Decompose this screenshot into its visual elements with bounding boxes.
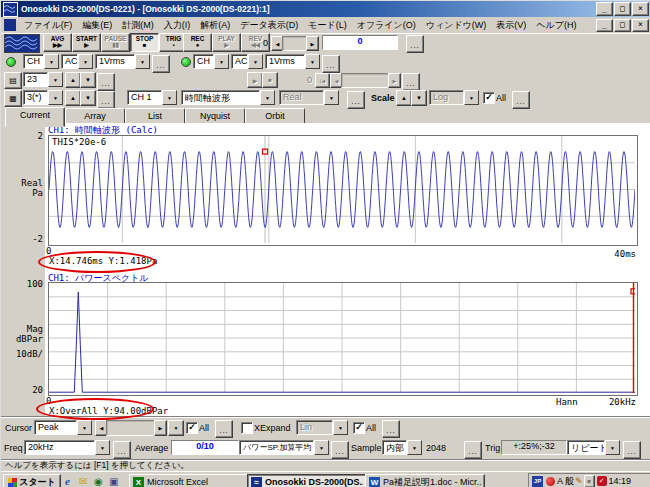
block-slider[interactable] (341, 73, 390, 88)
memory-up-button[interactable]: ▲ (65, 90, 81, 106)
child-minimize-button[interactable]: _ (596, 19, 613, 32)
quicklaunch-ie-icon[interactable]: e (65, 475, 70, 487)
block-stop-button[interactable]: ■ (262, 72, 278, 88)
menu-item-3[interactable]: 入力(I) (159, 18, 196, 33)
avg-counter-label: 0 (263, 38, 268, 48)
trig-more-button[interactable]: ... (623, 441, 641, 459)
tray-ime-lang-icon[interactable]: JP (532, 476, 543, 487)
xexpand-checkbox[interactable] (241, 422, 253, 434)
child-window-icon (4, 19, 16, 31)
cursor-slider[interactable] (106, 420, 156, 436)
sample-more-button[interactable]: ... (464, 441, 482, 459)
ch1-range-select[interactable]: 1Vrms▼ (95, 54, 150, 69)
avg-more-button[interactable]: ... (406, 35, 424, 53)
xexpand-more-button[interactable]: ... (382, 420, 400, 438)
play-button[interactable]: PLAY▶ (212, 33, 241, 52)
menu-item-5[interactable]: データ表示(D) (235, 18, 303, 33)
quicklaunch-mail-icon[interactable]: ✉ (79, 476, 87, 487)
menu-item-10[interactable]: ヘルプ(H) (531, 18, 581, 33)
block-right-arrow[interactable]: ▶ (388, 73, 401, 88)
close-button[interactable]: × (632, 2, 649, 16)
cursor-right-arrow[interactable]: ▶ (154, 420, 167, 436)
block-number-select[interactable]: 23▼ (23, 72, 63, 87)
memory-select[interactable]: 3(*)▼ (23, 90, 63, 105)
child-restore-button[interactable]: □ (614, 19, 631, 32)
chart-client-area: CH1: 時間軸波形 (Calc) THIS*20e-6 2 -2 Real P… (1, 123, 650, 416)
tab-current[interactable]: Current (5, 107, 65, 127)
task-button-2[interactable]: WPa補足説明1.doc - Micr... (365, 474, 485, 487)
chart2-ymax-label: 100 (1, 279, 43, 289)
tray-pen-icon[interactable]: ✎ (575, 476, 583, 486)
cursor-more-button[interactable]: ... (215, 420, 233, 438)
scale-down-button[interactable]: ▼ (411, 90, 427, 106)
menu-item-2[interactable]: 計測(M) (117, 18, 159, 33)
schedule-icon[interactable]: ▤ (4, 72, 22, 89)
chart2-ymin-label: 20 (1, 385, 43, 395)
xexpand-all-checkbox[interactable]: ✓ (353, 422, 365, 434)
ch2-select[interactable]: CH 2▼ (193, 54, 229, 69)
block-play-button[interactable]: ▶ (247, 72, 263, 88)
trig-mode-select[interactable]: リピート▼ (567, 440, 620, 455)
child-close-button[interactable]: × (632, 19, 649, 32)
sample-source-select[interactable]: 内部▼ (382, 440, 422, 455)
status-text: ヘルプを表示するには [F1] を押してください。 (5, 460, 189, 470)
quicklaunch-desktop-icon[interactable]: ▣ (109, 476, 118, 487)
block-home-button[interactable]: |◀ (315, 73, 330, 88)
block-up-button[interactable]: ▲ (65, 72, 81, 88)
trig-label: Trig (485, 443, 500, 453)
menu-item-0[interactable]: ファイル(F) (19, 18, 77, 33)
pause-button[interactable]: PAUSE▮▮ (101, 33, 130, 52)
freq-more-button[interactable]: ... (113, 441, 131, 459)
cursor-label: Cursor (5, 423, 32, 433)
cursor-all-checkbox[interactable]: ✓ (186, 422, 198, 434)
menu-item-9[interactable]: 表示(V) (491, 18, 531, 33)
minimize-button[interactable]: _ (596, 2, 613, 16)
scale-up-button[interactable]: ▲ (396, 90, 412, 106)
menu-item-6[interactable]: モード(L) (303, 18, 351, 33)
menu-item-8[interactable]: ウィンドウ(W) (421, 18, 492, 33)
ch1-coupling-select[interactable]: AC▼ (61, 54, 93, 69)
start-button[interactable]: START▶ (72, 33, 101, 52)
start-button[interactable]: スタート (3, 474, 61, 487)
scale-mode-select[interactable]: Log▼ (429, 90, 479, 105)
block-counter: 0 (307, 75, 312, 85)
menu-item-7[interactable]: オフライン(O) (352, 18, 421, 33)
ch1-led (6, 57, 16, 67)
chart1-ylabel-1: Real (1, 178, 43, 188)
counter-right-arrow[interactable]: ▶ (306, 36, 319, 51)
display-format-select[interactable]: Real▼ (279, 90, 339, 105)
tray-red-icon[interactable] (546, 477, 555, 486)
cursor-mode-select[interactable]: Peak▼ (34, 420, 92, 435)
average-mode-select[interactable]: パワーSP.加算平均▼ (239, 440, 329, 455)
ch2-range-select[interactable]: 1Vrms▼ (265, 54, 320, 69)
tray-ime-mode[interactable]: A 般 (557, 475, 574, 487)
average-more-button[interactable]: ... (331, 441, 349, 459)
freq-label: Freq (4, 443, 23, 453)
taskbar: スタート e ✉ ◉ ▣ XMicrosoft Excel≈Onosokki D… (1, 471, 650, 487)
tray-collapse-button[interactable]: « (584, 475, 595, 487)
memory-down-button[interactable]: ▼ (80, 90, 96, 106)
tray-clock-icon[interactable]: ✓ (597, 476, 607, 486)
quicklaunch-player-icon[interactable]: ◉ (94, 476, 103, 487)
task-button-1[interactable]: ≈Onosokki DS-2000(DS... (247, 474, 367, 487)
rec-button[interactable]: REC● (183, 33, 212, 52)
avg-button[interactable]: AVG▶▶ (43, 33, 72, 52)
cursor-down-button[interactable]: ▼ (168, 420, 184, 436)
block-down-button[interactable]: ▼ (80, 72, 96, 88)
display-function-select[interactable]: 時間軸波形▼ (181, 90, 275, 105)
ch2-led (181, 57, 191, 67)
xexpand-scale-select[interactable]: Lin▼ (296, 420, 348, 435)
scale-label: Scale (371, 93, 395, 103)
scale-all-checkbox[interactable]: ✓ (483, 92, 495, 104)
chart1-annotation: THIS*20e-6 (52, 137, 106, 147)
menu-item-1[interactable]: 編集(E) (77, 18, 117, 33)
task-button-0[interactable]: XMicrosoft Excel (129, 474, 249, 487)
ch2-coupling-select[interactable]: AC▼ (231, 54, 263, 69)
memory-icon[interactable]: ▦ (4, 90, 22, 107)
ch1-select[interactable]: CH 1▼ (23, 54, 59, 69)
restore-button[interactable]: □ (614, 2, 631, 16)
display-channel-select[interactable]: CH 1▼ (127, 90, 177, 105)
freq-select[interactable]: 20kHz▼ (24, 440, 110, 455)
menu-item-4[interactable]: 解析(A) (195, 18, 235, 33)
stop-button[interactable]: STOP■ (130, 33, 159, 52)
